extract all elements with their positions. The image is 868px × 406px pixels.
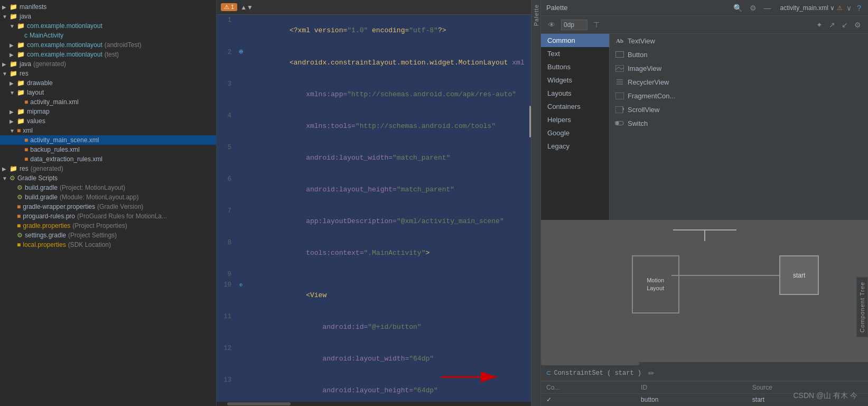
tree-item-backup-xml[interactable]: ▶ ■ backup_rules.xml xyxy=(0,145,216,154)
svg-point-14 xyxy=(615,122,619,125)
tree-item-local-props[interactable]: ▶ ■ local.properties (SDK Location) xyxy=(0,240,216,250)
button-icon xyxy=(615,50,624,59)
tree-item-activity-main[interactable]: ▶ ■ activity_main.xml xyxy=(0,97,216,107)
constraint-edit-btn[interactable]: ✏ xyxy=(647,368,656,379)
tree-item-layout[interactable]: ▼ 📁 layout xyxy=(0,88,216,97)
extra-btn-3[interactable]: ↙ xyxy=(840,20,850,30)
tree-item-res[interactable]: ▼ 📁 res xyxy=(0,69,216,78)
tree-item-build-gradle-proj[interactable]: ▶ ⚙ build.gradle (Project: MotionLayout) xyxy=(0,183,216,192)
widget-recyclerview[interactable]: RecyclerView xyxy=(610,75,868,89)
warning-badge: ⚠ 1 xyxy=(221,3,237,11)
file-dropdown-btn[interactable]: ∨ xyxy=(845,3,853,13)
code-line-6: 6 android:layout_height="match_parent" xyxy=(217,174,531,206)
editor-nav-up[interactable]: ▲ xyxy=(240,4,247,11)
tree-item-manifests[interactable]: ▶ 📁 manifests xyxy=(0,2,216,12)
cat-text[interactable]: Text xyxy=(541,47,609,60)
code-text-10: <View xyxy=(246,280,531,311)
cat-buttons[interactable]: Buttons xyxy=(541,60,609,73)
palette-minimize-btn[interactable]: — xyxy=(762,3,773,13)
tree-item-gradle-props[interactable]: ▶ ■ gradle.properties (Project Propertie… xyxy=(0,221,216,230)
svg-rect-11 xyxy=(615,106,623,113)
main-layout: ▶ 📁 manifests ▼ 📁 java ▼ 📁 com.example.m… xyxy=(0,0,868,406)
switch-icon xyxy=(615,118,624,128)
tree-extra-java-gen: (generated) xyxy=(33,60,66,68)
tree-label-mipmap: mipmap xyxy=(27,108,50,115)
cat-google[interactable]: Google xyxy=(541,126,609,140)
gutter-10: ⊕ xyxy=(236,280,246,291)
cat-widgets[interactable]: Widgets xyxy=(541,73,609,87)
tree-item-com-test[interactable]: ▶ 📁 com.example.motionlayout (test) xyxy=(0,50,216,59)
extra-btn-2[interactable]: ↗ xyxy=(827,20,837,30)
cat-common[interactable]: Common xyxy=(541,34,609,47)
widget-fragment[interactable]: FragmentCon... xyxy=(610,89,868,103)
palette-search-btn[interactable]: 🔍 xyxy=(732,3,744,13)
editor-scrollbar-h[interactable] xyxy=(217,402,531,406)
tree-item-gradle-scripts[interactable]: ▼ ⚙ Gradle Scripts xyxy=(0,173,216,183)
col-id: ID xyxy=(636,382,747,394)
right-toolbar-row: 👁 ⊤ ✦ ↗ ↙ ⚙ xyxy=(541,16,868,34)
widget-imageview[interactable]: ImageView xyxy=(610,61,868,75)
tree-label-proguard: proguard-rules.pro xyxy=(23,213,75,220)
widget-fragment-label: FragmentCon... xyxy=(628,92,675,100)
tree-item-java[interactable]: ▼ 📁 java xyxy=(0,12,216,21)
tree-item-java-gen[interactable]: ▶ 📁 java (generated) xyxy=(0,59,216,69)
question-btn[interactable]: ? xyxy=(855,3,863,13)
tree-item-res-gen[interactable]: ▶ 📁 res (generated) xyxy=(0,164,216,173)
code-text-5: android:layout_width="match_parent" xyxy=(246,142,531,174)
align-btn[interactable]: ⊤ xyxy=(592,20,601,30)
code-content[interactable]: 1 <?xml version="1.0" encoding="utf-8"?>… xyxy=(217,15,531,402)
extra-btn-1[interactable]: ✦ xyxy=(815,20,824,30)
line-num-10: 10 xyxy=(217,280,236,290)
tree-item-values[interactable]: ▶ 📁 values xyxy=(0,116,216,126)
line-num-13: 13 xyxy=(217,375,236,385)
file-name-label: activity_main.xml ∨ xyxy=(780,4,835,12)
tree-label-com-main: com.example.motionlayout xyxy=(27,22,102,30)
tree-item-mainactivity[interactable]: ▶ c MainActivity xyxy=(0,31,216,40)
widget-scrollview-label: ScrollView xyxy=(628,106,659,114)
tree-extra-build-mod: (Module: MotionLayout.app) xyxy=(60,193,138,201)
extra-btn-4[interactable]: ⚙ xyxy=(853,20,863,30)
constraint-set-header: ⊂ ConstraintSet ( start ) ✏ xyxy=(541,365,868,381)
scrollbar-thumb-h[interactable] xyxy=(227,402,291,405)
code-line-3: 3 xmlns:app="http://schemas.android.com/… xyxy=(217,79,531,110)
code-line-9: 9 xyxy=(217,269,531,280)
editor-nav-down[interactable]: ▼ xyxy=(247,4,253,11)
palette-settings-btn[interactable]: ⚙ xyxy=(748,3,758,13)
tree-item-drawable[interactable]: ▶ 📁 drawable xyxy=(0,78,216,88)
tree-item-com-main[interactable]: ▼ 📁 com.example.motionlayout xyxy=(0,21,216,31)
widget-button[interactable]: Button xyxy=(610,48,868,61)
editor-area: ⚠ 1 ▲ ▼ 1 <?xml version="1.0" encoding="… xyxy=(217,0,531,406)
tree-item-settings-gradle[interactable]: ▶ ⚙ settings.gradle (Project Settings) xyxy=(0,230,216,240)
palette-body: Common Text Buttons Widgets Layouts Cont… xyxy=(541,34,868,220)
palette-tab-label[interactable]: Palette xyxy=(533,4,539,26)
tree-label-java: java xyxy=(20,13,31,20)
eye-btn[interactable]: 👁 xyxy=(546,20,557,30)
tree-item-proguard[interactable]: ▶ ■ proguard-rules.pro (ProGuard Rules f… xyxy=(0,211,216,221)
tree-label-build-proj: build.gradle xyxy=(25,184,58,191)
component-tree-tab[interactable]: Component Tree xyxy=(856,277,868,337)
line-num-5: 5 xyxy=(217,142,236,153)
warning-icon: ⚠ xyxy=(837,4,843,12)
preview-canvas[interactable]: MotionLayout start xyxy=(541,220,868,362)
cat-legacy[interactable]: Legacy xyxy=(541,140,609,153)
imageview-icon xyxy=(615,63,624,73)
widget-switch[interactable]: Switch xyxy=(610,116,868,130)
code-line-1: 1 <?xml version="1.0" encoding="utf-8"?> xyxy=(217,15,531,47)
tree-item-gradle-wrapper[interactable]: ▶ ■ gradle-wrapper.properties (Gradle Ve… xyxy=(0,202,216,211)
widget-scrollview[interactable]: ScrollView xyxy=(610,103,868,116)
tree-item-scene-xml[interactable]: ▶ ■ activity_main_scene.xml xyxy=(0,135,216,145)
dp-input[interactable] xyxy=(561,20,587,30)
tree-item-mipmap[interactable]: ▶ 📁 mipmap xyxy=(0,107,216,116)
start-preview: start xyxy=(779,255,819,295)
widget-textview[interactable]: Ab TextView xyxy=(610,34,868,48)
svg-rect-2 xyxy=(615,51,624,58)
cat-helpers[interactable]: Helpers xyxy=(541,113,609,126)
tree-item-build-gradle-mod[interactable]: ▶ ⚙ build.gradle (Module: MotionLayout.a… xyxy=(0,192,216,202)
tree-item-data-xml[interactable]: ▶ ■ data_extraction_rules.xml xyxy=(0,154,216,164)
tree-item-xml[interactable]: ▼ ■ xml xyxy=(0,126,216,135)
palette-side-tab[interactable]: Palette xyxy=(531,0,540,406)
cat-containers[interactable]: Containers xyxy=(541,100,609,113)
tree-item-com-android[interactable]: ▶ 📁 com.example.motionlayout (androidTes… xyxy=(0,40,216,50)
svg-rect-12 xyxy=(623,108,624,110)
cat-layouts[interactable]: Layouts xyxy=(541,87,609,100)
